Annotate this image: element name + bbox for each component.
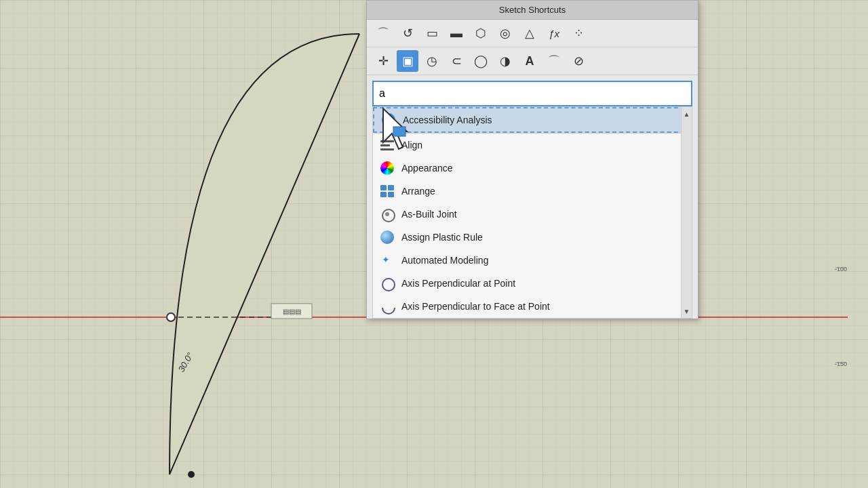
toolbar-icon-arc[interactable]: ⌒ (372, 22, 394, 44)
dropdown-list: Accessibility Analysis Align Appearance (372, 106, 692, 319)
dropdown-label-align: Align (401, 140, 422, 150)
dropdown-item-accessibility[interactable]: Accessibility Analysis (373, 107, 692, 133)
dropdown-label-axis-face: Axis Perpendicular to Face at Point (401, 301, 550, 312)
dropdown-item-axis-point[interactable]: Axis Perpendicular at Point (373, 272, 692, 295)
toolbar-icon-half-circle[interactable]: ◑ (494, 50, 516, 72)
dropdown-label-arrange: Arrange (401, 186, 435, 197)
dropdown-item-axis-face[interactable]: Axis Perpendicular to Face at Point (373, 295, 692, 318)
toolbar-icon-subset[interactable]: ⊂ (446, 50, 467, 72)
scroll-down-arrow[interactable]: ▼ (682, 304, 692, 318)
toolbar-icon-hex[interactable]: ⬡ (470, 22, 492, 44)
plastic-icon (380, 230, 395, 245)
toolbar-icon-text[interactable]: A (519, 50, 540, 72)
svg-text:-100: -100 (835, 266, 847, 272)
dropdown-label-appearance: Appearance (401, 163, 453, 174)
dropdown-item-appearance[interactable]: Appearance (373, 157, 692, 180)
dropdown-label-automated: Automated Modeling (401, 255, 488, 266)
dropdown-label-accessibility: Accessibility Analysis (403, 115, 492, 125)
toolbar-icon-rect[interactable]: ▬ (446, 22, 467, 44)
toolbar-icon-circle-target[interactable]: ◎ (494, 22, 516, 44)
accessibility-icon (381, 113, 396, 127)
toolbar-icon-curve[interactable]: ⌒ (543, 50, 565, 72)
axis-point-icon (380, 276, 395, 291)
appearance-icon (380, 161, 395, 176)
toolbar-icon-points[interactable]: ⁘ (568, 22, 589, 44)
toolbar-icon-triangle[interactable]: △ (519, 22, 540, 44)
axis-face-icon (380, 299, 395, 314)
toolbar-icon-rotate[interactable]: ↺ (397, 22, 418, 44)
dropdown-item-automated[interactable]: Automated Modeling (373, 249, 692, 272)
dropdown-label-plastic: Assign Plastic Rule (401, 232, 483, 243)
scroll-up-arrow[interactable]: ▲ (682, 107, 692, 121)
automated-icon (380, 253, 395, 268)
toolbar-icon-move[interactable]: ✛ (372, 50, 394, 72)
align-icon (380, 138, 395, 152)
toolbar-icon-select[interactable]: ▣ (397, 50, 418, 72)
svg-point-4 (167, 313, 175, 321)
svg-point-5 (188, 471, 195, 478)
search-input[interactable] (372, 81, 692, 106)
dropdown-scrollbar[interactable]: ▲ ▼ (681, 107, 692, 318)
dropdown-item-plastic[interactable]: Assign Plastic Rule (373, 226, 692, 249)
svg-text:-150: -150 (835, 361, 847, 367)
toolbar-icon-circle-empty[interactable]: ◯ (470, 50, 492, 72)
dropdown-label-axis-point: Axis Perpendicular at Point (401, 278, 515, 289)
search-container (367, 75, 698, 106)
arrange-icon (380, 184, 395, 199)
dropdown-item-asbuilt[interactable]: As-Built Joint (373, 203, 692, 226)
toolbar-icon-rotate-sketch[interactable]: ◷ (421, 50, 443, 72)
dropdown-label-asbuilt: As-Built Joint (401, 209, 457, 220)
dropdown-item-align[interactable]: Align (373, 134, 692, 157)
toolbar-icon-rect-fill[interactable]: ▭ (421, 22, 443, 44)
panel-title: Sketch Shortcuts (367, 1, 698, 20)
svg-text:▤▤▤: ▤▤▤ (283, 308, 301, 315)
dropdown-item-arrange[interactable]: Arrange (373, 180, 692, 203)
sketch-shortcuts-panel: Sketch Shortcuts ⌒ ↺ ▭ ▬ ⬡ ◎ △ ƒx ⁘ ✛ ▣ … (366, 0, 698, 319)
toolbar-icon-slash-circle[interactable]: ⊘ (568, 50, 589, 72)
asbuilt-icon (380, 207, 395, 222)
toolbar-row-1: ⌒ ↺ ▭ ▬ ⬡ ◎ △ ƒx ⁘ (367, 20, 698, 47)
toolbar-row-2: ✛ ▣ ◷ ⊂ ◯ ◑ A ⌒ ⊘ (367, 47, 698, 75)
toolbar-icon-formula[interactable]: ƒx (543, 22, 565, 44)
